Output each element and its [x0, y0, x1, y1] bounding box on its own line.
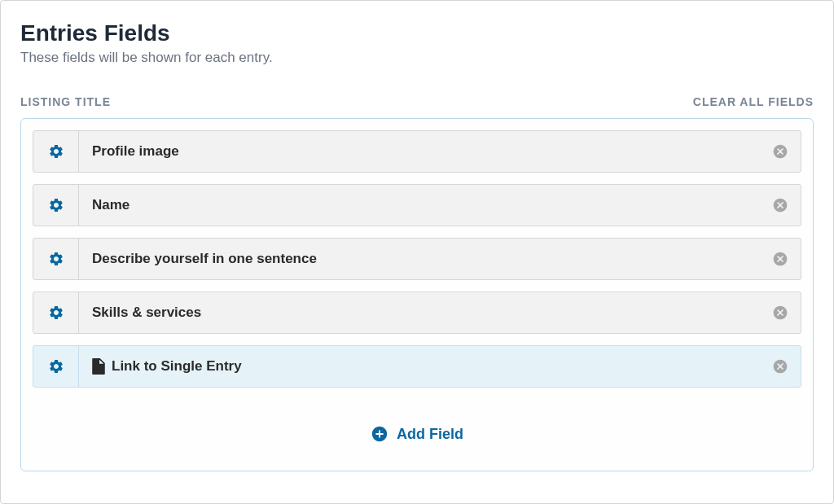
document-icon — [92, 358, 105, 375]
field-label-text: Name — [92, 197, 129, 213]
gear-icon — [48, 305, 64, 321]
field-remove-button[interactable] — [760, 131, 801, 172]
page-title: Entries Fields — [20, 20, 814, 46]
add-field-label: Add Field — [397, 426, 463, 443]
field-remove-button[interactable] — [760, 185, 801, 226]
field-settings-button[interactable] — [33, 292, 79, 333]
page-subtitle: These fields will be shown for each entr… — [20, 50, 814, 66]
field-label-text: Skills & services — [92, 305, 201, 321]
close-icon — [772, 143, 788, 160]
field-row[interactable]: Link to Single Entry — [33, 345, 801, 388]
entries-fields-panel: Entries Fields These fields will be show… — [0, 0, 834, 504]
field-label: Name — [79, 185, 760, 226]
close-icon — [772, 358, 788, 375]
gear-icon — [48, 197, 64, 213]
field-settings-button[interactable] — [33, 131, 79, 172]
field-label: Profile image — [79, 131, 760, 172]
field-label-text: Profile image — [92, 143, 179, 160]
gear-icon — [48, 143, 64, 160]
field-remove-button[interactable] — [760, 346, 801, 387]
clear-all-fields-button[interactable]: CLEAR ALL FIELDS — [693, 95, 814, 108]
field-row[interactable]: Profile image — [33, 130, 801, 173]
field-settings-button[interactable] — [33, 239, 79, 279]
plus-circle-icon — [371, 425, 388, 443]
section-header: LISTING TITLE CLEAR ALL FIELDS — [20, 95, 814, 108]
close-icon — [772, 305, 788, 321]
close-icon — [772, 197, 788, 213]
close-icon — [772, 251, 788, 267]
field-label-text: Describe yourself in one sentence — [92, 251, 317, 267]
field-label-text: Link to Single Entry — [112, 358, 242, 375]
field-row[interactable]: Name — [33, 184, 801, 226]
field-label: Link to Single Entry — [79, 346, 760, 387]
field-remove-button[interactable] — [760, 292, 801, 333]
gear-icon — [48, 358, 64, 375]
fields-container: Profile image Name Describe yourself in … — [20, 118, 814, 471]
field-settings-button[interactable] — [33, 346, 79, 387]
add-field-button[interactable]: Add Field — [33, 399, 801, 459]
field-row[interactable]: Describe yourself in one sentence — [33, 238, 801, 280]
field-settings-button[interactable] — [33, 185, 79, 226]
gear-icon — [48, 251, 64, 267]
field-row[interactable]: Skills & services — [33, 291, 801, 334]
listing-title-label: LISTING TITLE — [20, 95, 111, 108]
field-label: Skills & services — [79, 292, 760, 333]
field-label: Describe yourself in one sentence — [79, 239, 760, 279]
field-remove-button[interactable] — [760, 239, 801, 279]
